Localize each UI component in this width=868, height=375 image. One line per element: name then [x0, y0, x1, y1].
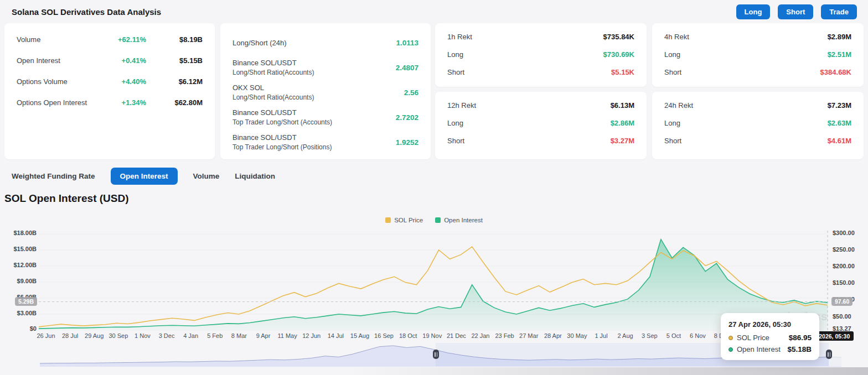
left-current-value-badge: 5.29B: [15, 297, 37, 306]
tooltip-series-value: $5.18B: [787, 345, 812, 353]
open-interest-area: [39, 239, 828, 331]
derivatives-dashboard: Solana SOL Derivatives Data Analysis Lon…: [0, 0, 868, 375]
tooltip-series-label: Open Interest: [737, 345, 783, 353]
brush-handle-right[interactable]: [826, 350, 832, 359]
tooltip-row-sol-price: SOL Price $86.95: [728, 334, 812, 342]
right-current-value-badge: 97.60: [831, 297, 852, 306]
open-interest-dot-icon: [728, 347, 733, 352]
tooltip-datetime: 27 Apr 2026, 05:30: [728, 320, 812, 329]
brush-handle-left[interactable]: [433, 350, 439, 359]
chart-tooltip: 27 Apr 2026, 05:30 SOL Price $86.95 Open…: [721, 313, 819, 360]
tooltip-row-open-interest: Open Interest $5.18B: [728, 345, 812, 353]
sol-price-dot-icon: [728, 336, 733, 340]
tooltip-series-value: $86.95: [789, 334, 812, 342]
tooltip-series-label: SOL Price: [737, 334, 785, 342]
